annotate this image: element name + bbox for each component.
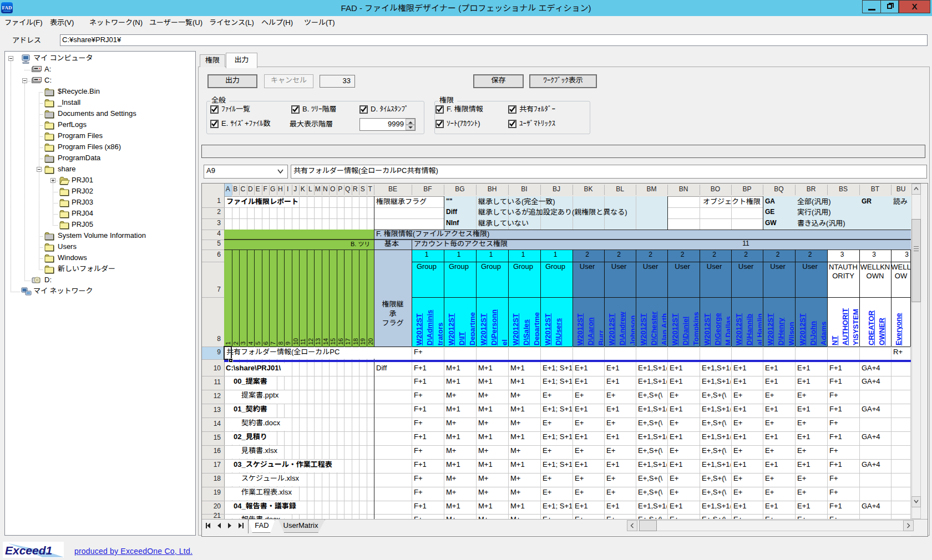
svg-text:Exceed1: Exceed1 xyxy=(5,544,52,557)
